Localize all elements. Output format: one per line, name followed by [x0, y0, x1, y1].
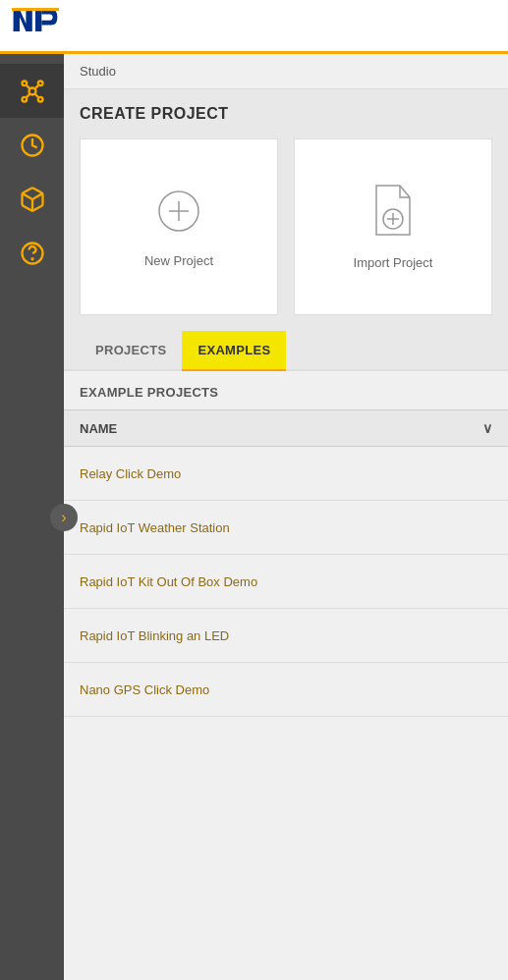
svg-line-10 [27, 85, 30, 89]
name-column-label: NAME [80, 421, 117, 436]
studio-label: Studio [80, 64, 116, 79]
sidebar: › [0, 54, 64, 980]
tab-examples[interactable]: EXAMPLES [182, 331, 286, 369]
example-item-outofbox[interactable]: Rapid IoT Kit Out Of Box Demo [64, 555, 508, 609]
plus-circle-icon [154, 187, 203, 240]
sidebar-item-dashboard[interactable] [0, 64, 64, 118]
example-item-relay[interactable]: Relay Click Demo [64, 447, 508, 501]
tab-projects-label: PROJECTS [95, 343, 166, 357]
create-project-title: CREATE PROJECT [80, 105, 492, 123]
tabs-section: PROJECTS EXAMPLES [64, 331, 508, 371]
rapid-iot-blinking-link[interactable]: Rapid IoT Blinking an LED [80, 628, 229, 643]
new-project-card[interactable]: New Project [80, 138, 278, 315]
svg-line-11 [34, 85, 38, 89]
example-item-weather[interactable]: Rapid IoT Weather Station [64, 501, 508, 555]
file-plus-icon [368, 184, 418, 242]
relay-click-demo-link[interactable]: Relay Click Demo [80, 466, 181, 481]
name-column-header: NAME ∨ [64, 409, 508, 447]
create-project-section: CREATE PROJECT New Project [64, 89, 508, 331]
svg-rect-4 [12, 8, 59, 11]
example-item-nano-gps[interactable]: Nano GPS Click Demo [64, 663, 508, 717]
breadcrumb: Studio [64, 54, 508, 89]
example-section: EXAMPLE PROJECTS NAME ∨ Relay Click Demo… [64, 371, 508, 980]
sidebar-expand-button[interactable]: › [50, 504, 78, 531]
sidebar-item-recent[interactable] [0, 118, 64, 172]
svg-point-9 [37, 96, 42, 101]
nano-gps-link[interactable]: Nano GPS Click Demo [80, 682, 209, 697]
svg-point-6 [22, 81, 27, 85]
nxp-logo [12, 7, 59, 44]
sidebar-item-components[interactable] [0, 172, 64, 226]
svg-line-13 [34, 93, 38, 97]
svg-point-7 [37, 81, 42, 85]
svg-point-8 [22, 96, 27, 101]
svg-line-12 [27, 93, 30, 97]
sort-chevron-icon: ∨ [482, 420, 492, 436]
sidebar-item-help[interactable] [0, 226, 64, 280]
svg-rect-3 [35, 10, 41, 31]
content-area: Studio CREATE PROJECT New Project [64, 54, 508, 980]
import-project-label: Import Project [354, 255, 433, 270]
rapid-iot-weather-link[interactable]: Rapid IoT Weather Station [80, 520, 230, 535]
example-item-blinking[interactable]: Rapid IoT Blinking an LED [64, 609, 508, 663]
svg-point-18 [31, 258, 32, 259]
new-project-label: New Project [144, 253, 213, 268]
import-project-card[interactable]: Import Project [294, 138, 492, 315]
project-cards: New Project Import Project [80, 138, 492, 315]
example-projects-header: EXAMPLE PROJECTS [64, 371, 508, 409]
rapid-iot-outofbox-link[interactable]: Rapid IoT Kit Out Of Box Demo [80, 574, 257, 589]
tab-projects[interactable]: PROJECTS [80, 331, 182, 369]
chevron-right-icon: › [61, 509, 66, 526]
tab-examples-label: EXAMPLES [198, 343, 270, 357]
main-layout: › Studio CREATE PROJECT [0, 54, 508, 980]
topbar [0, 0, 508, 54]
